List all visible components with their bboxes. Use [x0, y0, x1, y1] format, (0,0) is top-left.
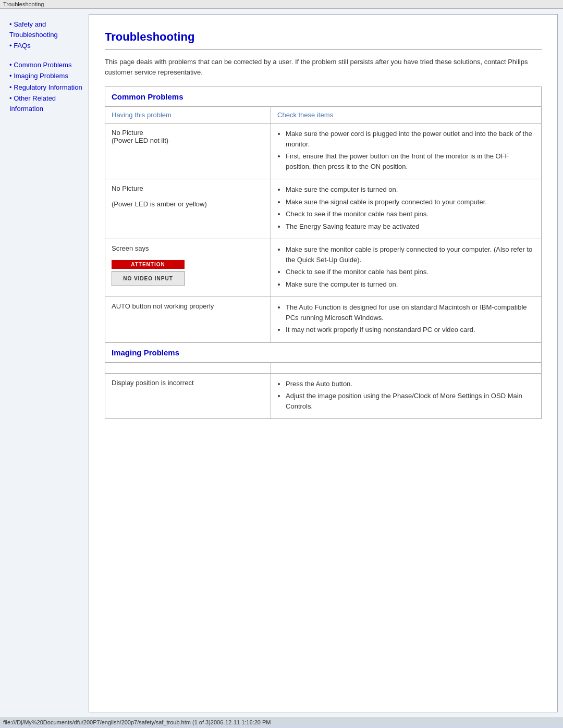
- check-cell-auto: The Auto Function is designed for use on…: [271, 297, 542, 343]
- col-check-header: Check these items: [271, 107, 542, 124]
- common-section-header-cell: Common Problems: [105, 87, 542, 107]
- check-item: Press the Auto button.: [286, 379, 535, 389]
- problem-cell-led-amber: No Picture(Power LED is amber or yellow): [105, 179, 271, 239]
- sidebar-item-imaging[interactable]: • Imaging Problems: [9, 71, 83, 81]
- check-cell-led-amber: Make sure the computer is turned on. Mak…: [271, 179, 542, 239]
- problem-cell-screen-says: Screen says ATTENTION NO VIDEO INPUT: [105, 239, 271, 297]
- imaging-empty-check: [271, 362, 542, 373]
- imaging-empty-cell: [105, 362, 271, 373]
- imaging-section-header-row: Imaging Problems: [105, 342, 542, 362]
- col-header-row: Having this problem Check these items: [105, 107, 542, 124]
- no-video-box: NO VIDEO INPUT: [112, 271, 185, 286]
- status-bar: file:///D|/My%20Documents/dfu/200P7/engl…: [0, 718, 563, 726]
- intro-text: This page deals with problems that can b…: [105, 57, 542, 77]
- check-item: It may not work properly if using nonsta…: [286, 325, 535, 335]
- common-section-label: Common Problems: [112, 92, 183, 101]
- check-cell-led-not-lit: Make sure the power cord is plugged into…: [271, 124, 542, 179]
- sidebar: • Safety and Troubleshooting • FAQs • Co…: [0, 9, 89, 718]
- screen-says-label: Screen says: [112, 244, 264, 252]
- check-item: Make sure the monitor cable is properly …: [286, 244, 535, 265]
- check-item: Make sure the signal cable is properly c…: [286, 197, 535, 207]
- common-problems-table: Common Problems Having this problem Chec…: [105, 87, 542, 419]
- check-item: Make sure the computer is turned on.: [286, 184, 535, 195]
- imaging-section-header-cell: Imaging Problems: [105, 342, 542, 362]
- check-cell-display-pos: Press the Auto button. Adjust the image …: [271, 373, 542, 419]
- problem-cell-led-not-lit: No Picture(Power LED not lit): [105, 124, 271, 179]
- content-area: Troubleshooting This page deals with pro…: [89, 14, 558, 712]
- problem-cell-auto: AUTO button not working properly: [105, 297, 271, 343]
- sidebar-item-safety[interactable]: • Safety and Troubleshooting: [9, 19, 83, 40]
- sidebar-link-common[interactable]: • Common Problems: [9, 60, 83, 70]
- sidebar-group-nav: • Safety and Troubleshooting • FAQs • Co…: [9, 19, 83, 114]
- check-item: Check to see if the monitor cable has be…: [286, 209, 535, 219]
- table-row: [105, 362, 542, 373]
- check-cell-screen-says: Make sure the monitor cable is properly …: [271, 239, 542, 297]
- check-item: The Energy Saving feature may be activat…: [286, 221, 535, 232]
- sidebar-link-safety[interactable]: • Safety and Troubleshooting: [9, 19, 83, 40]
- check-item: Check to see if the monitor cable has be…: [286, 267, 535, 277]
- common-section-header-row: Common Problems: [105, 87, 542, 107]
- col-having-header: Having this problem: [105, 107, 271, 124]
- check-item: Make sure the power cord is plugged into…: [286, 129, 535, 149]
- table-row: Display position is incorrect Press the …: [105, 373, 542, 419]
- title-bar: Troubleshooting: [0, 0, 563, 9]
- title-divider: [105, 49, 542, 50]
- status-bar-text: file:///D|/My%20Documents/dfu/200P7/engl…: [3, 719, 271, 725]
- sidebar-item-common[interactable]: • Common Problems: [9, 60, 83, 70]
- table-row: Screen says ATTENTION NO VIDEO INPUT Mak…: [105, 239, 542, 297]
- attention-box: ATTENTION: [112, 260, 185, 269]
- check-item: Adjust the image position using the Phas…: [286, 391, 535, 411]
- sidebar-item-other[interactable]: • Other Related Information: [9, 93, 83, 114]
- check-item: First, ensure that the power button on t…: [286, 151, 535, 171]
- sidebar-item-faqs[interactable]: • FAQs: [9, 41, 83, 51]
- sidebar-link-imaging[interactable]: • Imaging Problems: [9, 71, 83, 81]
- problem-cell-display-pos: Display position is incorrect: [105, 373, 271, 419]
- check-item: The Auto Function is designed for use on…: [286, 302, 535, 323]
- check-item: Make sure the computer is turned on.: [286, 279, 535, 290]
- table-row: No Picture(Power LED not lit) Make sure …: [105, 124, 542, 179]
- sidebar-link-faqs[interactable]: • FAQs: [9, 41, 83, 51]
- sidebar-link-regulatory[interactable]: • Regulatory Information: [9, 82, 83, 93]
- sidebar-item-regulatory[interactable]: • Regulatory Information: [9, 82, 83, 93]
- table-row: AUTO button not working properly The Aut…: [105, 297, 542, 343]
- table-row: No Picture(Power LED is amber or yellow)…: [105, 179, 542, 239]
- sidebar-link-other[interactable]: • Other Related Information: [9, 93, 83, 114]
- page-title: Troubleshooting: [105, 30, 542, 44]
- title-bar-text: Troubleshooting: [3, 1, 44, 7]
- imaging-section-label: Imaging Problems: [112, 348, 179, 357]
